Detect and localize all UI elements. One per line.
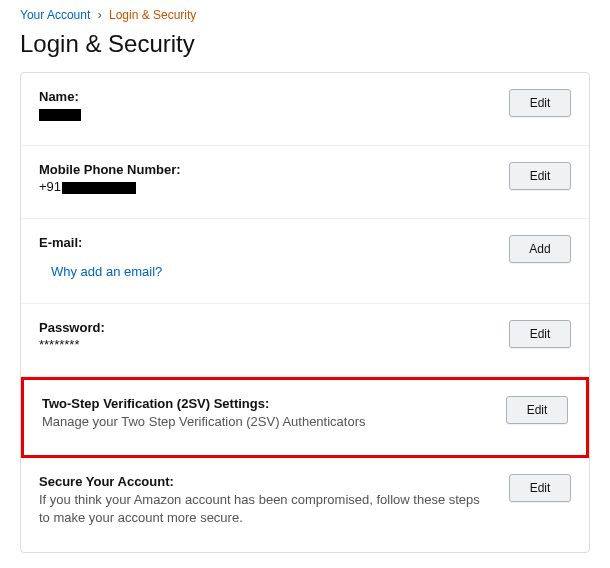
name-value xyxy=(39,106,493,121)
phone-value: +91 xyxy=(39,179,493,194)
row-email: E-mail: Why add an email? Add xyxy=(21,219,589,304)
row-password: Password: ******** Edit xyxy=(21,304,589,377)
settings-panel: Name: Edit Mobile Phone Number: +91 Edit… xyxy=(20,72,590,553)
edit-twosv-button[interactable]: Edit xyxy=(506,396,568,424)
edit-password-button[interactable]: Edit xyxy=(509,320,571,348)
edit-phone-button[interactable]: Edit xyxy=(509,162,571,190)
why-add-email-link[interactable]: Why add an email? xyxy=(51,264,162,279)
row-two-step-verification: Two-Step Verification (2SV) Settings: Ma… xyxy=(21,377,589,458)
row-secure-account: Secure Your Account: If you think your A… xyxy=(21,458,589,551)
password-value: ******** xyxy=(39,337,493,352)
phone-prefix: +91 xyxy=(39,179,61,194)
breadcrumb-parent-link[interactable]: Your Account xyxy=(20,8,90,22)
redacted-name xyxy=(39,109,81,121)
page-title: Login & Security xyxy=(20,30,590,58)
twosv-label: Two-Step Verification (2SV) Settings: xyxy=(42,396,490,411)
password-label: Password: xyxy=(39,320,493,335)
add-email-button[interactable]: Add xyxy=(509,235,571,263)
edit-name-button[interactable]: Edit xyxy=(509,89,571,117)
edit-secure-button[interactable]: Edit xyxy=(509,474,571,502)
row-phone: Mobile Phone Number: +91 Edit xyxy=(21,146,589,219)
email-label: E-mail: xyxy=(39,235,493,250)
phone-label: Mobile Phone Number: xyxy=(39,162,493,177)
name-label: Name: xyxy=(39,89,493,104)
chevron-right-icon: › xyxy=(98,8,102,22)
breadcrumb: Your Account › Login & Security xyxy=(20,8,590,22)
redacted-phone xyxy=(62,182,136,194)
breadcrumb-current: Login & Security xyxy=(109,8,196,22)
twosv-description: Manage your Two Step Verification (2SV) … xyxy=(42,413,490,431)
row-name: Name: Edit xyxy=(21,73,589,146)
secure-label: Secure Your Account: xyxy=(39,474,493,489)
secure-description: If you think your Amazon account has bee… xyxy=(39,491,493,527)
